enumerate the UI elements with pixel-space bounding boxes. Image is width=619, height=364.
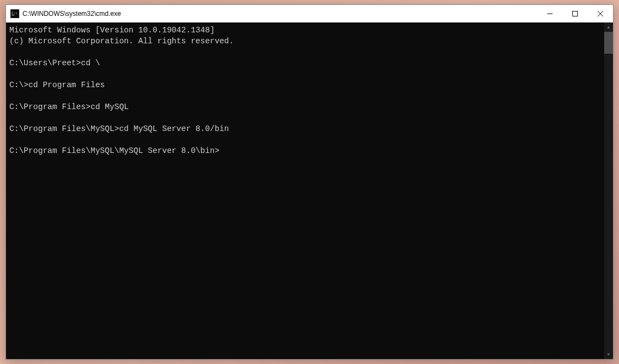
terminal-area: Microsoft Windows [Version 10.0.19042.13… [6,22,613,359]
titlebar[interactable]: C:\ C:\WINDOWS\system32\cmd.exe [6,5,613,22]
terminal-line [9,112,601,123]
window-title: C:\WINDOWS\system32\cmd.exe [22,10,537,18]
terminal-line [9,90,601,101]
terminal-line: C:\Program Files>cd MySQL [9,101,601,112]
terminal-line: C:\>cd Program Files [9,79,601,90]
vertical-scrollbar[interactable]: ▲ ▼ [604,22,613,359]
svg-rect-5 [573,12,578,16]
maximize-button[interactable] [562,5,588,22]
scroll-down-arrow[interactable]: ▼ [604,350,613,359]
svg-rect-3 [12,15,14,15]
svg-text:C:\: C:\ [12,11,18,15]
minimize-button[interactable] [537,5,562,22]
terminal-line: C:\Program Files\MySQL\MySQL Server 8.0\… [9,145,601,156]
cmd-icon: C:\ [10,9,19,18]
terminal-line: Microsoft Windows [Version 10.0.19042.13… [9,25,601,36]
terminal-line: C:\Program Files\MySQL>cd MySQL Server 8… [9,123,601,134]
close-button[interactable] [588,5,613,22]
terminal-line [9,69,601,79]
scroll-up-arrow[interactable]: ▲ [604,22,613,32]
scrollbar-thumb[interactable] [604,32,613,54]
cmd-window: C:\ C:\WINDOWS\system32\cmd.exe Microsof… [5,4,614,360]
terminal-line: C:\Users\Preet>cd \ [9,58,601,69]
terminal-content[interactable]: Microsoft Windows [Version 10.0.19042.13… [6,22,604,359]
terminal-line [9,134,601,145]
terminal-line [9,47,601,58]
window-controls [537,5,613,22]
terminal-line: (c) Microsoft Corporation. All rights re… [9,36,601,47]
